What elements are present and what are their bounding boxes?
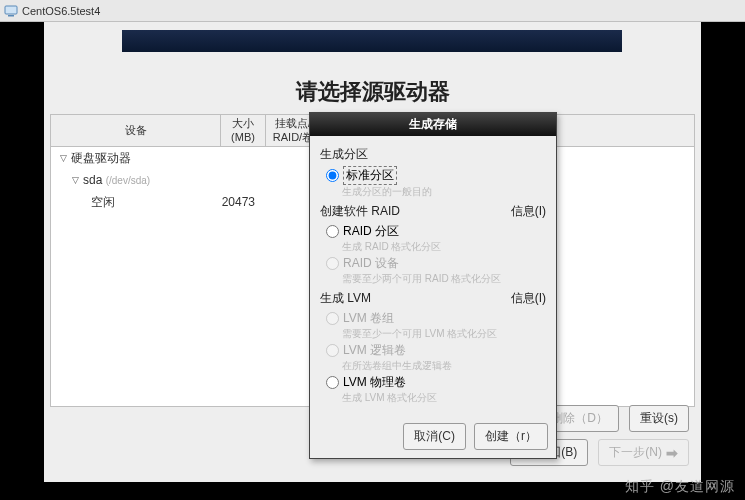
create-dialog-button[interactable]: 创建（r） bbox=[474, 423, 548, 450]
window-titlebar: CentOS6.5test4 bbox=[0, 0, 745, 22]
next-button[interactable]: 下一步(N)➡ bbox=[598, 439, 689, 466]
section-lvm: 生成 LVM 信息(I) LVM 卷组 需要至少一个可用 LVM 格式化分区 L… bbox=[320, 290, 546, 405]
raid-header: 创建软件 RAID 信息(I) bbox=[320, 203, 546, 220]
lvm-pv-hint: 生成 LVM 格式化分区 bbox=[320, 391, 546, 405]
free-size: 20473 bbox=[213, 195, 263, 209]
disk-label: sda bbox=[83, 173, 102, 187]
raid-dev-label: RAID 设备 bbox=[343, 255, 399, 272]
lvm-pv-label: LVM 物理卷 bbox=[343, 374, 406, 391]
installer-panel: 请选择源驱动器 设备 大小 (MB) 挂载点/ RAID/卷 类型 ▽ 硬盘驱动… bbox=[44, 22, 701, 482]
radio-raid-dev bbox=[326, 257, 339, 270]
stage: 请选择源驱动器 设备 大小 (MB) 挂载点/ RAID/卷 类型 ▽ 硬盘驱动… bbox=[0, 22, 745, 500]
option-lvm-vg: LVM 卷组 bbox=[320, 309, 546, 327]
option-standard-partition[interactable]: 标准分区 bbox=[320, 165, 546, 185]
radio-raid-part[interactable] bbox=[326, 225, 339, 238]
dialog-body: 生成分区 标准分区 生成分区的一般目的 创建软件 RAID 信息(I) RAID… bbox=[310, 136, 556, 417]
section-raid: 创建软件 RAID 信息(I) RAID 分区 生成 RAID 格式化分区 RA… bbox=[320, 203, 546, 286]
svg-rect-1 bbox=[8, 15, 14, 17]
dialog-title: 生成存储 bbox=[310, 113, 556, 136]
option-raid-partition[interactable]: RAID 分区 bbox=[320, 222, 546, 240]
raid-info-link[interactable]: 信息(I) bbox=[511, 203, 546, 220]
option-lvm-pv[interactable]: LVM 物理卷 bbox=[320, 373, 546, 391]
option-raid-device: RAID 设备 bbox=[320, 254, 546, 272]
raid-part-label: RAID 分区 bbox=[343, 223, 399, 240]
reset-button[interactable]: 重设(s) bbox=[629, 405, 689, 432]
lvm-vg-hint: 需要至少一个可用 LVM 格式化分区 bbox=[320, 327, 546, 341]
radio-lvm-lv bbox=[326, 344, 339, 357]
raid-header-label: 创建软件 RAID bbox=[320, 203, 400, 220]
lvm-lv-label: LVM 逻辑卷 bbox=[343, 342, 406, 359]
lvm-info-link[interactable]: 信息(I) bbox=[511, 290, 546, 307]
col-size: 大小 (MB) bbox=[221, 115, 266, 146]
section-partition: 生成分区 标准分区 生成分区的一般目的 bbox=[320, 146, 546, 199]
standard-hint: 生成分区的一般目的 bbox=[320, 185, 546, 199]
disk-dev: (/dev/sda) bbox=[106, 175, 150, 186]
lvm-header-label: 生成 LVM bbox=[320, 290, 371, 307]
partition-header: 生成分区 bbox=[320, 146, 546, 163]
cancel-button[interactable]: 取消(C) bbox=[403, 423, 466, 450]
svg-rect-0 bbox=[5, 6, 17, 14]
create-storage-dialog: 生成存储 生成分区 标准分区 生成分区的一般目的 创建软件 RAID 信息(I) bbox=[309, 112, 557, 459]
dialog-footer: 取消(C) 创建（r） bbox=[310, 417, 556, 458]
raid-part-hint: 生成 RAID 格式化分区 bbox=[320, 240, 546, 254]
standard-label: 标准分区 bbox=[343, 166, 397, 185]
lvm-vg-label: LVM 卷组 bbox=[343, 310, 394, 327]
page-title: 请选择源驱动器 bbox=[44, 77, 701, 107]
option-lvm-lv: LVM 逻辑卷 bbox=[320, 341, 546, 359]
next-label: 下一步(N) bbox=[609, 444, 662, 461]
free-label: 空闲 bbox=[91, 194, 213, 211]
chevron-down-icon[interactable]: ▽ bbox=[57, 152, 69, 164]
col-device: 设备 bbox=[51, 115, 221, 146]
group-label: 硬盘驱动器 bbox=[71, 150, 223, 167]
radio-standard[interactable] bbox=[326, 169, 339, 182]
raid-dev-hint: 需要至少两个可用 RAID 格式化分区 bbox=[320, 272, 546, 286]
arrow-right-icon: ➡ bbox=[666, 445, 678, 461]
lvm-lv-hint: 在所选卷组中生成逻辑卷 bbox=[320, 359, 546, 373]
top-banner bbox=[122, 30, 622, 52]
window-title: CentOS6.5test4 bbox=[22, 5, 100, 17]
vm-icon bbox=[4, 4, 18, 18]
lvm-header: 生成 LVM 信息(I) bbox=[320, 290, 546, 307]
chevron-down-icon[interactable]: ▽ bbox=[69, 174, 81, 186]
radio-lvm-pv[interactable] bbox=[326, 376, 339, 389]
radio-lvm-vg bbox=[326, 312, 339, 325]
